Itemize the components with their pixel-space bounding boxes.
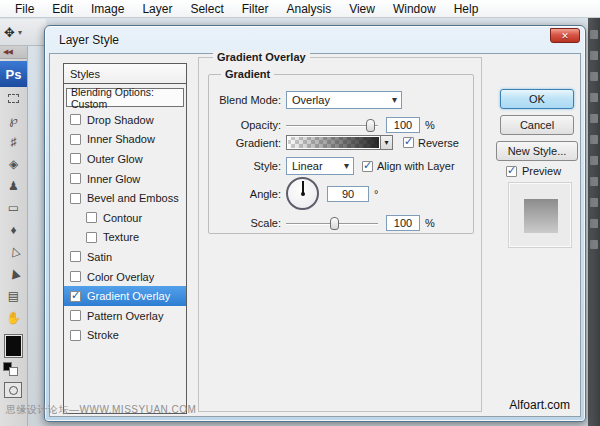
angle-value[interactable]: 90	[327, 186, 369, 202]
dialog-client-area: Styles Blending Options: Custom Drop Sha…	[49, 53, 581, 417]
style-item-inner-glow[interactable]: Inner Glow	[64, 169, 186, 189]
dock-panel-icon[interactable]	[590, 135, 598, 144]
collapse-panel-icon[interactable]: ◀◀	[0, 46, 27, 59]
menu-item-file[interactable]: File	[6, 2, 43, 16]
foreground-color-swatch[interactable]	[4, 334, 23, 358]
eraser-tool[interactable]: ▭	[0, 197, 28, 219]
style-item-checkbox[interactable]	[86, 232, 97, 243]
dock-panel-icon[interactable]	[590, 219, 598, 228]
style-item-checkbox[interactable]	[70, 193, 81, 204]
gradient-swatch[interactable]	[286, 135, 381, 150]
style-item-texture[interactable]: Texture	[64, 228, 186, 248]
ok-button[interactable]: OK	[500, 89, 574, 109]
menu-item-window[interactable]: Window	[384, 2, 445, 16]
dock-panel-icon[interactable]	[590, 156, 598, 165]
menu-item-view[interactable]: View	[340, 2, 384, 16]
angle-dial[interactable]	[286, 177, 319, 210]
blend-mode-select[interactable]: Overlay	[286, 91, 402, 109]
style-item-satin[interactable]: Satin	[64, 247, 186, 267]
style-item-label: Drop Shadow	[87, 114, 154, 126]
gradient-label: Gradient:	[217, 137, 281, 149]
scale-value[interactable]: 100	[386, 215, 420, 231]
scale-slider-thumb[interactable]	[330, 217, 339, 230]
marquee-tool[interactable]	[0, 87, 28, 109]
crop-tool[interactable]: ♯	[0, 131, 28, 153]
dialog-titlebar[interactable]: Layer Style ✕	[45, 26, 585, 53]
menu-item-select[interactable]: Select	[181, 2, 232, 16]
dock-panel-icon[interactable]	[590, 114, 598, 123]
style-item-stroke[interactable]: Stroke	[64, 326, 186, 346]
preview-checkbox[interactable]	[506, 166, 517, 177]
style-item-label: Color Overlay	[87, 271, 154, 283]
clone-stamp-tool[interactable]: ♟	[0, 175, 28, 197]
opacity-slider-thumb[interactable]	[366, 119, 375, 132]
style-item-checkbox[interactable]	[70, 271, 81, 282]
style-item-checkbox[interactable]	[70, 251, 81, 262]
menu-item-layer[interactable]: Layer	[133, 2, 181, 16]
quick-mask-button[interactable]	[4, 382, 22, 398]
align-with-layer-label: Align with Layer	[377, 160, 455, 172]
lasso-tool[interactable]: ℘	[0, 109, 28, 131]
style-item-color-overlay[interactable]: Color Overlay	[64, 267, 186, 287]
style-item-pattern-overlay[interactable]: Pattern Overlay	[64, 306, 186, 326]
switch-colors-icon[interactable]	[9, 367, 18, 376]
preview-thumbnail	[508, 182, 572, 248]
style-item-inner-shadow[interactable]: Inner Shadow	[64, 130, 186, 150]
opacity-value[interactable]: 100	[386, 117, 420, 133]
style-item-checkbox[interactable]	[70, 153, 81, 164]
style-item-checkbox[interactable]	[70, 134, 81, 145]
scale-unit: %	[425, 217, 435, 229]
watermark-text: 思缘设计论坛—WWW.MISSYUAN.COM	[6, 403, 196, 417]
style-item-checkbox[interactable]	[86, 212, 97, 223]
menu-item-filter[interactable]: Filter	[233, 2, 278, 16]
dock-panel-icon[interactable]	[590, 51, 598, 60]
dock-panel-icon[interactable]	[590, 240, 598, 249]
move-tool-icon[interactable]: ✥	[4, 25, 15, 40]
new-style-button[interactable]: New Style...	[496, 141, 578, 161]
dock-panel-icon[interactable]	[590, 30, 598, 39]
dock-panel-icon[interactable]	[590, 198, 598, 207]
angle-unit: °	[374, 188, 378, 200]
notes-tool-icon: ▤	[8, 289, 19, 303]
style-item-checkbox[interactable]	[70, 310, 81, 321]
style-item-label: Gradient Overlay	[87, 290, 170, 302]
healing-brush-tool[interactable]: ◈	[0, 153, 28, 175]
dialog-title: Layer Style	[45, 33, 119, 47]
opacity-slider-track	[286, 125, 378, 127]
tool-buttons: ℘♯◈♟▭♦▷▶▤✋	[0, 87, 27, 329]
gradient-picker-arrow-icon[interactable]: ▾	[381, 135, 393, 150]
gradient-overlay-pane: Gradient Overlay Gradient Blend Mode: Ov…	[198, 57, 482, 412]
style-item-drop-shadow[interactable]: Drop Shadow	[64, 110, 186, 130]
menu-item-analysis[interactable]: Analysis	[277, 2, 340, 16]
scale-slider[interactable]	[286, 217, 378, 230]
style-item-gradient-overlay[interactable]: Gradient Overlay	[64, 286, 186, 306]
dock-panel-icon[interactable]	[590, 72, 598, 81]
style-item-label: Pattern Overlay	[87, 310, 163, 322]
dock-panel-icon[interactable]	[590, 177, 598, 186]
menu-item-help[interactable]: Help	[445, 2, 488, 16]
menu-item-edit[interactable]: Edit	[43, 2, 82, 16]
tool-options-bar: ✥ ▾	[0, 19, 46, 46]
style-select[interactable]: Linear	[286, 157, 354, 175]
style-item-contour[interactable]: Contour	[64, 208, 186, 228]
tool-preset-dropdown-icon[interactable]: ▾	[18, 28, 22, 37]
style-item-checkbox[interactable]	[70, 291, 81, 302]
style-item-checkbox[interactable]	[70, 114, 81, 125]
style-item-label: Inner Glow	[87, 173, 140, 185]
style-item-label: Outer Glow	[87, 153, 143, 165]
style-item-checkbox[interactable]	[70, 330, 81, 341]
dock-panel-icon[interactable]	[590, 93, 598, 102]
style-item-bevel-and-emboss[interactable]: Bevel and Emboss	[64, 188, 186, 208]
style-item-outer-glow[interactable]: Outer Glow	[64, 149, 186, 169]
menu-item-image[interactable]: Image	[82, 2, 133, 16]
gradient-group-title: Gradient	[221, 68, 274, 80]
style-item-checkbox[interactable]	[70, 173, 81, 184]
cancel-button[interactable]: Cancel	[500, 115, 574, 135]
align-with-layer-checkbox[interactable]	[362, 161, 373, 172]
close-icon[interactable]: ✕	[550, 28, 580, 43]
blending-options-item[interactable]: Blending Options: Custom	[66, 88, 184, 107]
reverse-checkbox[interactable]	[403, 137, 414, 148]
photoshop-logo: Ps	[0, 61, 27, 87]
hand-tool[interactable]: ✋	[0, 307, 28, 329]
opacity-slider[interactable]	[286, 119, 378, 132]
